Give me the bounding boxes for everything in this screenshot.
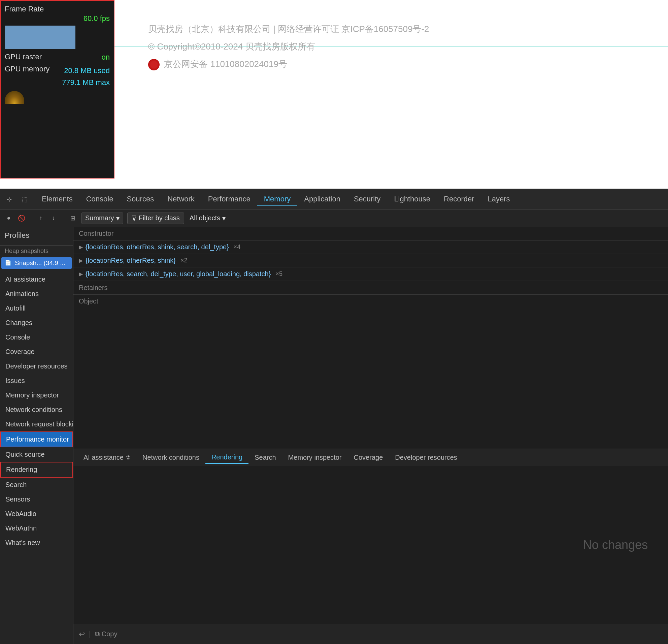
drawer-tab-ai-assistance-label: AI assistance [84,454,124,462]
gpu-raster-label: GPU raster [5,53,42,61]
more-tools-item-network-conditions[interactable]: Network conditions [0,403,73,417]
toolbar-separator2 [63,214,63,222]
inspect-icon[interactable]: ⊹ [4,194,14,205]
police-text: 京公网安备 11010802024019号 [164,59,287,69]
constructor-row-3: ▶ {locationRes, search, del_type, user, … [73,267,668,281]
snapshot-item[interactable]: 📄 Snapsh... (34.9 ... [1,257,72,269]
more-tools-item-coverage[interactable]: Coverage [0,345,73,359]
tab-elements[interactable]: Elements [35,193,79,206]
constructor-count-2: ×2 [181,257,187,264]
copyright-line2: © Copyright©2010-2024 贝壳找房版权所有 [148,38,668,55]
tab-security[interactable]: Security [347,193,387,206]
all-objects-dropdown[interactable]: All objects ▾ [189,214,226,222]
police-icon [148,59,160,70]
more-tools-item-webaudio[interactable]: WebAudio [0,507,73,521]
more-tools-item-animations[interactable]: Animations [0,287,73,301]
drawer-tab-ai-assistance[interactable]: AI assistance ⚗ [77,452,136,463]
tab-lighthouse[interactable]: Lighthouse [387,193,437,206]
tab-application[interactable]: Application [297,193,347,206]
undo-icon: ↩ [79,630,85,639]
arrow-icon-2: ▶ [79,257,83,264]
more-tools-item-webauthn[interactable]: WebAuthn [0,521,73,536]
heap-snapshots-header: Heap snapshots [0,245,73,257]
retainers-content [73,308,668,449]
webpage-area: Frame Rate 60.0 fps GPU raster on GPU me… [0,0,668,189]
undo-button[interactable]: ↩ [79,630,85,639]
filter-button[interactable]: ⊽ Filter by class [127,212,184,224]
sidebar: Profiles Heap snapshots 📄 Snapsh... (34.… [0,227,73,644]
tab-layers[interactable]: Layers [481,193,517,206]
more-tools-item-whats-new[interactable]: What's new [0,536,73,550]
more-tools-item-changes[interactable]: Changes [0,316,73,330]
device-icon[interactable]: ⬚ [19,194,30,205]
gpu-memory-label: GPU memory [5,65,49,73]
devtools-main: Profiles Heap snapshots 📄 Snapsh... (34.… [0,227,668,644]
constructor-count-3: ×5 [275,270,283,278]
toolbar-separator [31,214,31,222]
toolbar-icons: ● 🚫 ↑ ↓ ⊞ [4,213,77,223]
frame-rate-value: 60.0 fps [5,14,110,23]
drawer-tab-rendering[interactable]: Rendering [206,451,248,464]
more-tools-item-network-request-blocking[interactable]: Network request blocking [0,417,73,432]
bottom-actions: ↩ | ⧉ Copy [73,624,668,644]
tab-console[interactable]: Console [79,193,120,206]
profiles-header: Profiles [5,231,69,240]
arrow-icon-3: ▶ [79,271,83,277]
more-tools-item-autofill[interactable]: Autofill [0,301,73,316]
drawer-tab-coverage[interactable]: Coverage [348,452,389,463]
copyright-line1: 贝壳找房（北京）科技有限公司 | 网络经营许可证 京ICP备16057509号-… [148,20,668,38]
constructor-count-1: ×4 [234,243,241,251]
more-tools-item-performance-monitor[interactable]: Performance monitor [0,432,73,447]
download-icon[interactable]: ↓ [49,213,58,223]
more-tools-item-rendering[interactable]: Rendering [0,462,73,478]
bottom-drawer: AI assistance ⚗ Network conditions Rende… [73,449,668,644]
gpu-memory-icon [5,91,24,104]
no-changes-label: No changes [583,538,648,552]
stop-icon[interactable]: 🚫 [17,213,26,223]
flask-icon: ⚗ [125,454,130,461]
more-tools-item-search[interactable]: Search [0,478,73,492]
drawer-tab-memory-inspector[interactable]: Memory inspector [282,452,348,463]
collect-icon[interactable]: ⊞ [68,213,77,223]
more-tools-item-memory-inspector[interactable]: Memory inspector [0,388,73,403]
drawer-tab-network-conditions[interactable]: Network conditions [136,452,206,463]
upload-icon[interactable]: ↑ [36,213,45,223]
object-header: Object [73,295,668,308]
tab-performance[interactable]: Performance [201,193,257,206]
summary-label: Summary [85,214,114,222]
tab-network[interactable]: Network [161,193,201,206]
more-tools-item-issues[interactable]: Issues [0,374,73,388]
summary-dropdown[interactable]: Summary ▾ [81,212,123,224]
constructor-key-1: {locationRes, otherRes, shink, search, d… [86,243,229,251]
document-icon: 📄 [5,259,12,267]
more-tools-item-ai-assistance[interactable]: AI assistance [0,272,73,287]
no-changes-text: No changes [73,466,668,624]
tab-list: Elements Console Sources Network Perform… [35,193,517,206]
chevron-down-icon: ▾ [116,214,120,222]
rendering-panel: No changes [73,466,668,624]
gpu-memory-max: 779.1 MB max [62,76,110,88]
copy-label: Copy [102,630,118,638]
devtools-tabs-bar: ⊹ ⬚ Elements Console Sources Network Per… [0,189,668,210]
frame-rate-bar [5,26,75,49]
more-tools-item-quick-source[interactable]: Quick source [0,447,73,462]
tab-recorder[interactable]: Recorder [437,193,481,206]
constructor-header: Constructor [73,227,668,240]
sidebar-top: Profiles [0,227,73,245]
more-tools-item-developer-resources[interactable]: Developer resources [0,359,73,374]
gpu-memory-used: 20.8 MB used [62,65,110,76]
tab-memory[interactable]: Memory [257,193,297,206]
frame-rate-label: Frame Rate [5,5,110,14]
constructor-row-1: ▶ {locationRes, otherRes, shink, search,… [73,240,668,254]
record-icon[interactable]: ● [4,213,14,223]
gpu-raster-value: on [102,53,110,62]
filter-icon: ⊽ [132,214,137,222]
more-tools-item-console[interactable]: Console [0,330,73,345]
more-tools-item-sensors[interactable]: Sensors [0,492,73,507]
drawer-tab-developer-resources[interactable]: Developer resources [389,452,463,463]
all-objects-label: All objects [189,214,220,222]
drawer-tab-search[interactable]: Search [248,452,282,463]
tab-sources[interactable]: Sources [120,193,161,206]
constructor-row-2: ▶ {locationRes, otherRes, shink} ×2 [73,254,668,267]
copy-button[interactable]: ⧉ Copy [95,630,118,638]
